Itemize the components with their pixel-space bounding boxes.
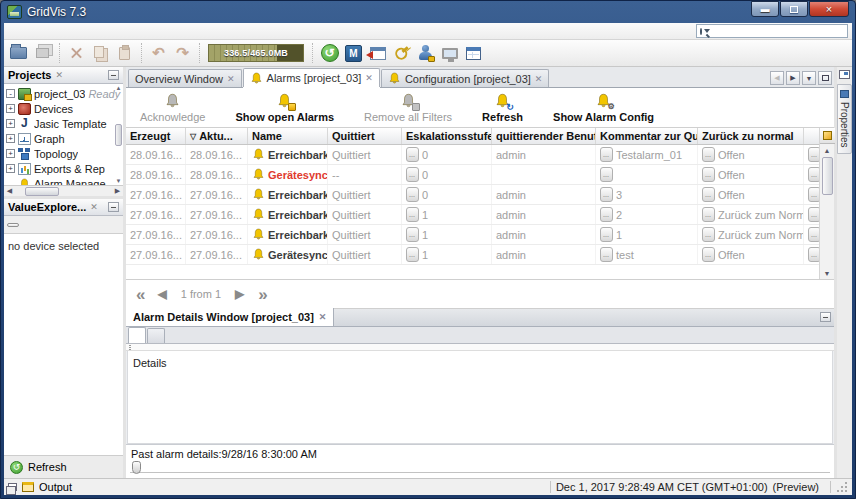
column-header[interactable]: Quittiert [328,128,402,144]
scrollbar-thumb[interactable] [25,187,59,196]
tree-expander-icon[interactable]: - [6,89,15,98]
cell-edit-button[interactable] [808,227,819,242]
tabs-scroll-right-icon[interactable]: ▶ [786,71,800,85]
tree-expander-icon[interactable] [6,179,15,185]
tree-item[interactable]: + Exports & Rep [6,161,123,176]
restore-group-icon[interactable] [8,483,17,491]
table-settings-icon[interactable] [820,128,835,144]
alarm-table-row[interactable]: 27.09.16... 27.09.16... Erreichbarkeit Q… [126,185,819,205]
column-header[interactable]: Erzeugt [126,128,186,144]
alarm-table-row[interactable]: 28.09.16... 28.09.16... Erreichbarkeitst… [126,145,819,165]
tree-item[interactable]: + Graph [6,131,123,146]
cell-edit-button[interactable] [406,167,419,182]
tree-expander-icon[interactable]: + [6,119,15,128]
tree-expander-icon[interactable]: + [6,164,15,173]
cell-edit-button[interactable] [702,227,715,242]
cell-edit-button[interactable] [406,147,419,162]
projects-close-icon[interactable]: ✕ [55,70,63,80]
properties-dock-tab[interactable]: Properties [837,84,852,154]
menu-item[interactable] [18,30,32,32]
details-window-tab[interactable]: Alarm Details Window [project_03] ✕ [126,308,334,326]
cell-edit-button[interactable] [808,147,819,162]
alarm-toolbar-button[interactable]: ↻ Refresh [482,93,523,123]
cell-edit-button[interactable] [600,247,613,262]
table-vertical-scrollbar[interactable]: ▲ ▼ [819,128,834,279]
details-sub-tab[interactable] [147,328,165,343]
previous-page-icon[interactable]: ◀ [157,287,166,301]
tree-item[interactable]: + Topology [6,146,123,161]
cell-edit-button[interactable] [808,207,819,222]
refresh-button[interactable]: ↺ Refresh [4,455,123,478]
tree-expander-icon[interactable]: + [6,149,15,158]
settings-key-icon[interactable] [391,43,412,63]
alarm-toolbar-button[interactable]: Acknowledge [140,93,205,123]
alarm-table-row[interactable]: 28.09.16... 28.09.16... Gerätesync -- [126,165,819,185]
cell-edit-button[interactable] [406,187,419,202]
column-header[interactable]: ▽ Aktu... [186,128,248,144]
column-header[interactable]: Name [248,128,328,144]
search-dropdown-icon[interactable] [704,29,710,33]
cell-edit-button[interactable] [406,207,419,222]
cell-edit-button[interactable] [702,167,715,182]
projects-minimize-icon[interactable] [108,70,119,80]
alarm-table-row[interactable]: 27.09.16... 27.09.16... Erreichbarkeit Q… [126,205,819,225]
tree-item[interactable]: + Devices [6,101,123,116]
cell-edit-button[interactable] [600,147,613,162]
menu-item[interactable] [74,30,88,32]
column-header[interactable]: Zurück zu normal [698,128,804,144]
cell-edit-button[interactable] [702,187,715,202]
tree-expander-icon[interactable]: + [6,104,15,113]
cell-edit-button[interactable] [600,167,613,182]
memory-usage-bar[interactable]: 336.5/465.0MB [208,44,304,62]
cell-edit-button[interactable] [600,207,613,222]
tree-horizontal-scrollbar[interactable]: ◀ ▶ [4,185,123,196]
scroll-left-icon[interactable]: ◀ [4,187,15,195]
import-window-icon[interactable] [367,43,388,63]
scroll-down-icon[interactable]: ▼ [116,178,122,184]
tree-item[interactable]: - project_03 Ready [6,86,123,101]
cell-edit-button[interactable] [702,207,715,222]
tab-close-icon[interactable]: ✕ [365,73,373,83]
menu-item[interactable] [32,30,46,32]
last-page-icon[interactable]: » [258,286,265,303]
alarm-toolbar-button[interactable]: Remove all Filters [364,93,452,123]
value-explorer-close-icon[interactable]: ✕ [90,202,98,212]
column-header[interactable]: quittierender Benutzer [492,128,596,144]
user-security-icon[interactable] [415,43,436,63]
first-page-icon[interactable]: « [136,286,143,303]
tabs-scroll-left-icon[interactable]: ◀ [770,71,784,85]
toolbar-drag-handle[interactable] [126,344,834,351]
cell-edit-button[interactable] [702,247,715,262]
alarm-toolbar-button[interactable]: Show open Alarms [235,93,334,123]
value-explorer-minimize-icon[interactable] [108,202,119,212]
tree-expander-icon[interactable]: + [6,134,15,143]
tree-item[interactable]: Alarm Manage [6,176,123,185]
report-table-icon[interactable] [463,43,484,63]
cell-edit-button[interactable] [702,147,715,162]
measurement-icon[interactable]: M [343,43,364,63]
menu-item[interactable] [60,30,74,32]
tabs-list-icon[interactable]: ▼ [802,71,816,85]
column-header[interactable]: Eskalationsstufe [402,128,492,144]
maximize-button[interactable] [780,1,808,17]
tree-item[interactable]: + Jasic Template [6,116,123,131]
cell-edit-button[interactable] [808,167,819,182]
search-input[interactable] [712,26,844,37]
titlebar[interactable]: GridVis 7.3 ▬ × [1,1,855,23]
time-slider[interactable] [130,461,830,473]
document-tab[interactable]: Alarms [project_03] ✕ [243,68,380,87]
scroll-down-icon[interactable]: ▼ [824,267,831,279]
tree-vertical-scrollbar[interactable]: ▲ ▼ [114,84,123,185]
output-tab[interactable]: Output [39,481,72,493]
cell-edit-button[interactable] [406,227,419,242]
scroll-up-icon[interactable]: ▲ [824,144,831,156]
alarm-toolbar-button[interactable]: ⚙ Show Alarm Config [553,93,654,123]
value-explorer-tab[interactable] [7,223,19,227]
minimize-button[interactable]: ▬ [751,1,779,17]
next-page-icon[interactable]: ▶ [235,287,244,301]
cell-edit-button[interactable] [600,227,613,242]
details-minimize-icon[interactable] [820,312,831,322]
document-tab[interactable]: Configuration [project_03] ✕ [381,69,550,87]
close-button[interactable]: × [809,1,849,17]
resize-grip[interactable] [836,481,848,493]
